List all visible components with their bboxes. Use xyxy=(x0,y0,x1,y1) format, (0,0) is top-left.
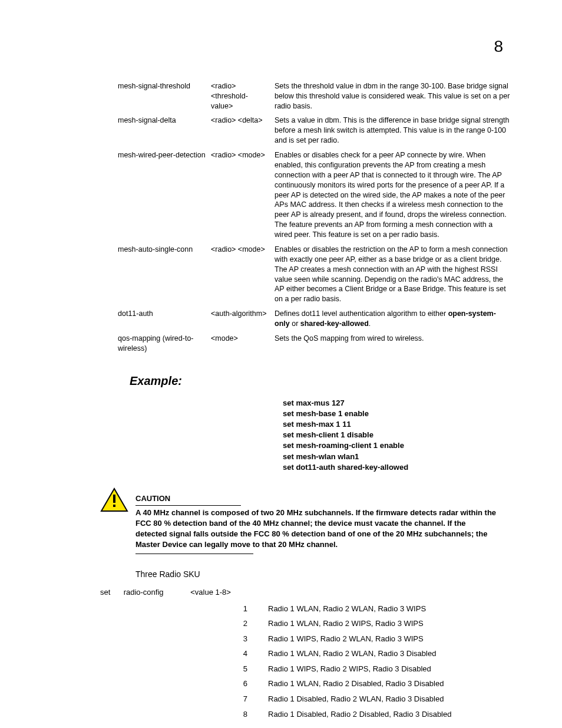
radio-row: 7 Radio 1 Disabled, Radio 2 WLAN, Radio … xyxy=(236,694,451,709)
example-line: set mesh-client 1 disable xyxy=(283,430,497,440)
param-args: <radio> <mode> xyxy=(211,245,275,309)
radio-row: 8 Radio 1 Disabled, Radio 2 Disabled, Ra… xyxy=(236,709,451,724)
param-name: mesh-signal-delta xyxy=(118,116,211,150)
caution-text: A 40 MHz channel is composed of two 20 M… xyxy=(135,508,497,551)
radio-num: 6 xyxy=(236,678,268,694)
param-row: qos-mapping (wired-to-wireless) <mode> S… xyxy=(118,334,515,358)
param-name: qos-mapping (wired-to-wireless) xyxy=(118,334,211,358)
example-heading: Example: xyxy=(130,373,497,389)
caution-content: CAUTION A 40 MHz channel is composed of … xyxy=(135,493,497,554)
radio-row: 4 Radio 1 WLAN, Radio 2 WLAN, Radio 3 Di… xyxy=(236,648,451,664)
param-args: <radio> <mode> xyxy=(211,150,275,245)
param-args: <auth-algorithm> xyxy=(211,309,275,334)
radio-config-table: 1 Radio 1 WLAN, Radio 2 WLAN, Radio 3 WI… xyxy=(236,604,451,724)
radio-desc: Radio 1 Disabled, Radio 2 WLAN, Radio 3 … xyxy=(268,694,451,709)
example-line: set mesh-base 1 enable xyxy=(283,409,497,419)
radio-desc: Radio 1 WLAN, Radio 2 WLAN, Radio 3 WIPS xyxy=(268,604,451,619)
parameter-table: mesh-signal-threshold <radio> <threshold… xyxy=(118,81,515,358)
example-line: set mesh-wlan wlan1 xyxy=(283,452,497,462)
radio-row: 1 Radio 1 WLAN, Radio 2 WLAN, Radio 3 WI… xyxy=(236,604,451,619)
param-desc: Sets the threshold value in dbm in the r… xyxy=(275,81,515,116)
radio-desc: Radio 1 WIPS, Radio 2 WIPS, Radio 3 Disa… xyxy=(268,664,451,679)
svg-rect-2 xyxy=(113,505,115,507)
page-number: 8 xyxy=(100,35,503,58)
param-row: dot11-auth <auth-algorithm> Defines dot1… xyxy=(118,309,515,334)
radio-row: 5 Radio 1 WIPS, Radio 2 WIPS, Radio 3 Di… xyxy=(236,664,451,679)
param-args: <mode> xyxy=(211,334,275,358)
radio-row: 2 Radio 1 WLAN, Radio 2 WIPS, Radio 3 WI… xyxy=(236,618,451,634)
caution-label: CAUTION xyxy=(135,493,241,506)
param-args: <radio> <delta> xyxy=(211,116,275,150)
param-name: mesh-auto-single-conn xyxy=(118,245,211,309)
param-row: mesh-signal-delta <radio> <delta> Sets a… xyxy=(118,116,515,150)
param-desc: Defines dot11 level authentication algor… xyxy=(275,309,515,334)
radio-desc: Radio 1 WLAN, Radio 2 Disabled, Radio 3 … xyxy=(268,678,451,694)
radio-num: 4 xyxy=(236,648,268,664)
radio-num: 2 xyxy=(236,618,268,634)
radio-row: 6 Radio 1 WLAN, Radio 2 Disabled, Radio … xyxy=(236,678,451,694)
caution-rule xyxy=(135,554,253,554)
example-block: set max-mus 127 set mesh-base 1 enable s… xyxy=(283,398,497,473)
example-line: set mesh-max 1 11 xyxy=(283,419,497,430)
svg-rect-1 xyxy=(113,495,115,503)
param-row: mesh-auto-single-conn <radio> <mode> Ena… xyxy=(118,245,515,309)
text: or xyxy=(290,319,300,328)
text: Defines dot11 level authentication algor… xyxy=(275,309,448,318)
param-desc: Sets a value in dbm. This is the differe… xyxy=(275,116,515,150)
param-desc: Enables or disables the restriction on t… xyxy=(275,245,515,309)
radio-row: 3 Radio 1 WIPS, Radio 2 WLAN, Radio 3 WI… xyxy=(236,634,451,649)
example-line: set mesh-roaming-client 1 enable xyxy=(283,440,497,451)
param-desc: Enables or disables check for a peer AP … xyxy=(275,150,515,245)
param-name: dot11-auth xyxy=(118,309,211,334)
param-desc: Sets the QoS mapping from wired to wirel… xyxy=(275,334,515,358)
param-row: mesh-wired-peer-detection <radio> <mode>… xyxy=(118,150,515,245)
radio-desc: Radio 1 WLAN, Radio 2 WIPS, Radio 3 WIPS xyxy=(268,618,451,634)
caution-block: CAUTION A 40 MHz channel is composed of … xyxy=(100,493,497,554)
radio-num: 1 xyxy=(236,604,268,619)
sku-command-line: set radio-config <value 1-8> xyxy=(100,587,497,598)
caution-icon xyxy=(100,487,128,515)
radio-num: 7 xyxy=(236,694,268,709)
text: . xyxy=(369,319,371,328)
radio-num: 8 xyxy=(236,709,268,724)
sku-set: set xyxy=(100,587,121,598)
radio-num: 5 xyxy=(236,664,268,679)
radio-num: 3 xyxy=(236,634,268,649)
example-line: set max-mus 127 xyxy=(283,398,497,409)
radio-desc: Radio 1 WIPS, Radio 2 WLAN, Radio 3 WIPS xyxy=(268,634,451,649)
example-line: set dot11-auth shared-key-allowed xyxy=(283,462,497,473)
param-name: mesh-signal-threshold xyxy=(118,81,211,116)
bold-text: shared-key-allowed xyxy=(300,319,369,328)
param-row: mesh-signal-threshold <radio> <threshold… xyxy=(118,81,515,116)
radio-desc: Radio 1 WLAN, Radio 2 WLAN, Radio 3 Disa… xyxy=(268,648,451,664)
param-args: <radio> <threshold-value> xyxy=(211,81,275,116)
radio-desc: Radio 1 Disabled, Radio 2 Disabled, Radi… xyxy=(268,709,451,724)
sku-param: radio-config xyxy=(124,587,189,598)
sku-heading: Three Radio SKU xyxy=(135,569,497,580)
sku-value: <value 1-8> xyxy=(190,587,231,598)
param-name: mesh-wired-peer-detection xyxy=(118,150,211,245)
